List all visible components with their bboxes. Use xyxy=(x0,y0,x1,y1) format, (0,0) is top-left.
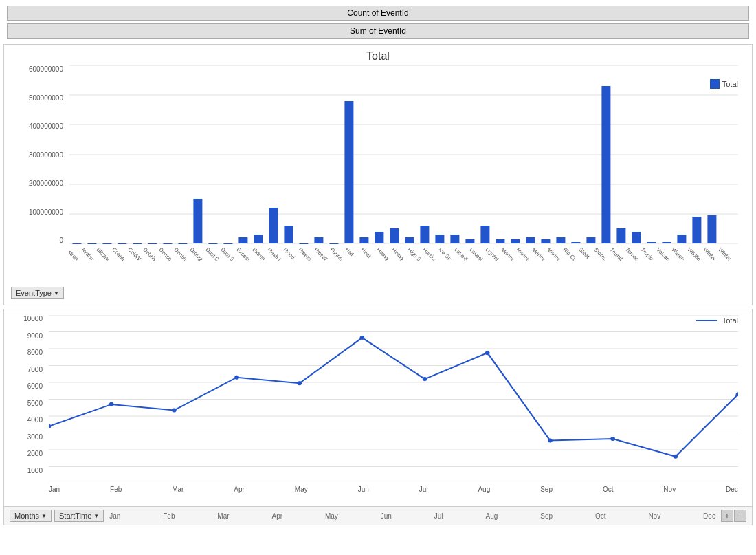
months-arrow-icon: ▼ xyxy=(41,513,47,519)
line-y-8000: 8000 xyxy=(8,349,43,356)
svg-rect-19 xyxy=(254,235,263,243)
bar-y-label-3: 300000000 xyxy=(8,151,63,159)
month-inline-label: Mar xyxy=(217,512,229,520)
event-type-label: EventType xyxy=(16,289,52,297)
count-eventid-button[interactable]: Count of EventId xyxy=(7,6,749,21)
month-inline-label: Jul xyxy=(434,512,443,520)
month-inline-label: Apr xyxy=(272,512,283,520)
svg-rect-25 xyxy=(344,101,353,243)
svg-rect-11 xyxy=(133,243,142,244)
month-inline-label: Jan xyxy=(109,512,120,520)
line-y-6000: 6000 xyxy=(8,382,43,390)
svg-rect-9 xyxy=(102,243,111,244)
dropdown-arrow-icon: ▼ xyxy=(54,290,59,296)
line-chart-container: 10000 9000 8000 7000 6000 5000 4000 3000… xyxy=(8,315,745,494)
line-x-label: Mar xyxy=(172,486,184,493)
svg-point-67 xyxy=(423,377,427,381)
line-x-label: May xyxy=(295,486,308,493)
line-x-axis-labels: JanFebMarAprMayJunJulAugSepOctNovDec xyxy=(49,486,738,493)
svg-rect-34 xyxy=(480,226,489,243)
svg-rect-26 xyxy=(359,237,368,243)
svg-point-70 xyxy=(610,437,615,441)
svg-rect-41 xyxy=(586,237,595,243)
top-buttons-area: Count of EventId Sum of EventId xyxy=(0,0,756,44)
month-inline-label: May xyxy=(325,512,338,520)
month-inline-label: Feb xyxy=(163,512,175,520)
svg-rect-38 xyxy=(541,239,550,243)
svg-rect-15 xyxy=(193,199,202,243)
scroll-controls: + − xyxy=(721,510,746,522)
svg-rect-27 xyxy=(375,232,383,243)
month-inline-label: Aug xyxy=(486,512,498,520)
svg-point-63 xyxy=(172,408,177,412)
line-x-label: Jan xyxy=(49,486,60,493)
line-x-label: Jun xyxy=(358,486,369,493)
bar-y-label-6: 600000000 xyxy=(8,65,63,73)
event-type-dropdown-btn[interactable]: EventType ▼ xyxy=(11,287,64,299)
svg-rect-13 xyxy=(163,243,172,244)
line-y-5000: 5000 xyxy=(8,400,43,407)
svg-rect-32 xyxy=(450,235,459,243)
scroll-minus-btn[interactable]: − xyxy=(734,510,746,522)
svg-point-68 xyxy=(485,351,490,355)
line-y-10000: 10000 xyxy=(8,315,43,323)
svg-rect-24 xyxy=(329,243,338,244)
line-y-1000: 1000 xyxy=(8,467,43,475)
month-axis-labels-inline: JanFebMarAprMayJunJulAugSepOctNovDec xyxy=(107,512,718,520)
line-y-4000: 4000 xyxy=(8,416,43,424)
svg-rect-39 xyxy=(556,237,565,243)
svg-rect-47 xyxy=(677,235,686,243)
svg-rect-16 xyxy=(208,243,217,244)
svg-rect-21 xyxy=(284,226,293,243)
bar-chart-svg xyxy=(69,65,738,244)
line-x-label: Feb xyxy=(110,486,122,493)
svg-rect-36 xyxy=(511,239,520,243)
month-inline-label: Jun xyxy=(381,512,392,520)
svg-rect-22 xyxy=(299,243,308,244)
svg-point-65 xyxy=(297,381,302,385)
month-inline-label: Dec xyxy=(703,512,715,520)
months-dropdown-btn[interactable]: Months ▼ xyxy=(10,510,52,522)
bar-x-axis-labels: Astronomical...AvalancheBlizzardCoastal … xyxy=(69,246,738,301)
month-inline-label: Oct xyxy=(595,512,606,520)
svg-rect-31 xyxy=(435,235,444,243)
bar-y-label-1: 100000000 xyxy=(8,208,63,216)
svg-point-69 xyxy=(548,439,553,443)
line-chart-svg xyxy=(49,315,738,483)
line-y-9000: 9000 xyxy=(8,332,43,340)
month-inline-label: Nov xyxy=(648,512,660,520)
line-x-label: Nov xyxy=(663,486,676,493)
svg-rect-44 xyxy=(632,232,641,243)
svg-rect-37 xyxy=(526,237,535,243)
line-x-label: Oct xyxy=(603,486,614,493)
bar-y-axis: 600000000 500000000 400000000 300000000 … xyxy=(8,65,66,244)
svg-rect-43 xyxy=(616,228,625,243)
starttime-dropdown-btn[interactable]: StartTime ▼ xyxy=(54,510,104,522)
line-y-axis: 10000 9000 8000 7000 6000 5000 4000 3000… xyxy=(8,315,45,483)
svg-rect-35 xyxy=(496,239,504,243)
svg-rect-46 xyxy=(662,242,671,243)
svg-rect-45 xyxy=(647,242,656,243)
line-x-label: Apr xyxy=(234,486,245,493)
svg-rect-28 xyxy=(390,228,399,243)
bar-y-label-2: 200000000 xyxy=(8,179,63,187)
starttime-label: StartTime xyxy=(59,512,91,520)
svg-rect-40 xyxy=(571,242,580,243)
months-label: Months xyxy=(14,512,39,520)
bar-y-label-5: 500000000 xyxy=(8,94,63,102)
bar-y-label-0: 0 xyxy=(8,237,63,244)
bar-chart-title: Total xyxy=(4,45,752,65)
bar-y-label-4: 400000000 xyxy=(8,122,63,130)
svg-rect-18 xyxy=(238,237,247,243)
sum-eventid-button[interactable]: Sum of EventId xyxy=(7,23,749,39)
svg-rect-23 xyxy=(314,237,323,243)
line-y-3000: 3000 xyxy=(8,433,43,441)
svg-rect-20 xyxy=(269,208,278,243)
line-x-label: Aug xyxy=(478,486,490,493)
svg-rect-10 xyxy=(118,243,126,244)
svg-rect-33 xyxy=(465,239,474,243)
scroll-plus-btn[interactable]: + xyxy=(721,510,733,522)
svg-rect-29 xyxy=(405,237,414,243)
svg-rect-49 xyxy=(707,215,716,243)
line-chart-section: Total 10000 9000 8000 7000 6000 5000 400… xyxy=(3,309,753,525)
